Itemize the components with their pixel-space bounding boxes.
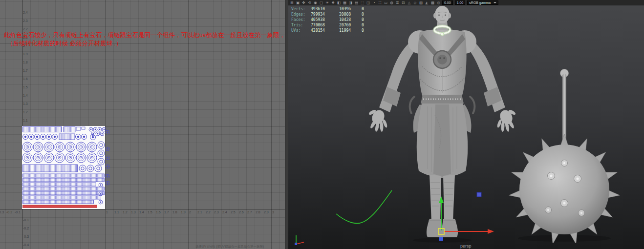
x-axis-label: 1.8 xyxy=(172,210,177,214)
select-by-component-icon[interactable]: ▣ xyxy=(295,0,301,5)
x-axis-label: 1.1 xyxy=(114,210,119,214)
shadows-icon[interactable]: ◬ xyxy=(407,0,412,5)
y-axis-label: 1.3 xyxy=(23,102,28,105)
y-axis-label: 1.6 xyxy=(23,77,28,81)
y-axis-label: 1.7 xyxy=(23,69,28,72)
x-axis-label: 2.7 xyxy=(247,210,252,214)
x-axis-label: 2.8 xyxy=(256,210,260,214)
colorspace-dropdown[interactable]: sRGB gamma xyxy=(467,0,498,5)
maya-workspace: 2.42.32.22.121.91.81.71.61.51.41.31.21.1… xyxy=(0,0,644,249)
x-axis-label: 2.2 xyxy=(206,210,211,214)
x-axis-label: 1.3 xyxy=(131,210,136,214)
grease-pencil-icon[interactable]: ▦ xyxy=(342,0,347,5)
two-d-pan-zoom-icon[interactable]: ◧ xyxy=(336,0,342,5)
isolate-select-icon[interactable]: ◎ xyxy=(436,0,441,5)
gate-mask-icon[interactable]: ◫ xyxy=(365,0,371,5)
right-hilt xyxy=(470,97,474,113)
x-axis-label: 3 xyxy=(272,210,274,214)
uv-annotation-line2: （后续转化材质的时候 必须分开材质球 .） xyxy=(7,40,122,47)
resolution-gate-icon[interactable]: ⬚ xyxy=(360,0,365,5)
mace-shadow xyxy=(518,235,611,242)
image-plane-icon[interactable]: ❖ xyxy=(330,0,336,5)
x-axis-label: 1.5 xyxy=(148,210,152,214)
grid-toggle-icon[interactable]: ◨ xyxy=(348,0,353,5)
chevron-down-icon xyxy=(494,2,496,3)
y-axis-label: 1.9 xyxy=(23,52,28,56)
y-axis-label: 2.3 xyxy=(23,19,28,22)
camera-attributes-icon[interactable]: ▢ xyxy=(319,0,324,5)
hud-row: Verts:393610103960 xyxy=(291,6,371,12)
character-shadow xyxy=(413,238,472,243)
snap-to-curve-icon[interactable]: ⟲ xyxy=(307,0,312,5)
y-axis-label: 1.4 xyxy=(23,94,28,97)
y-axis-label: -0.4 xyxy=(23,243,29,247)
uv-annotation-line1: 此角色宝石较少，只有项链上有宝石，项链跟宝石是同一个组件，可以把uv都放在一起且… xyxy=(4,31,285,39)
y-axis-label: 1.5 xyxy=(23,85,28,89)
y-axis-label: -0.2 xyxy=(23,227,29,230)
x-axis-label: 2.1 xyxy=(197,210,202,214)
panel-divider[interactable] xyxy=(285,0,288,249)
film-gate-icon[interactable]: ▤ xyxy=(354,0,359,5)
snap-to-point-icon[interactable]: ◉ xyxy=(313,0,318,5)
chest-emblem xyxy=(433,51,451,68)
frame-all-icon[interactable]: ◍ xyxy=(389,0,394,5)
uv-shells-svg[interactable] xyxy=(22,125,110,209)
mace-ball xyxy=(519,145,609,234)
camera-label: persp xyxy=(460,244,472,249)
x-axis-label: 1.7 xyxy=(164,210,169,214)
x-axis-label: 2.9 xyxy=(264,210,269,214)
safe-title-icon[interactable]: ▭ xyxy=(383,0,388,5)
necklace-gem[interactable] xyxy=(441,33,444,36)
exposure-field[interactable]: 0.00 xyxy=(442,0,453,5)
screen-space-ao-icon[interactable]: ◇ xyxy=(412,0,418,5)
y-axis-label: -0.1 xyxy=(23,218,29,222)
y-axis-label: 1.2 xyxy=(23,110,28,114)
uv-status-text: 选择UV shells (把UV都放在一起且放在第一象限) xyxy=(195,245,264,249)
uv-editor-panel: 2.42.32.22.121.91.81.71.61.51.41.31.21.1… xyxy=(0,0,288,249)
x-axis-label: -0.2 xyxy=(6,210,12,214)
bookmark-icon[interactable]: ☀ xyxy=(324,0,330,5)
safe-action-icon[interactable]: ⛶ xyxy=(377,0,383,5)
left-hand xyxy=(368,108,388,132)
x-axis-label: -0.1 xyxy=(15,210,21,214)
hud-row: Faces:405938104280 xyxy=(291,17,371,22)
x-axis-label: 1.4 xyxy=(139,210,144,214)
y-axis-label: 2.4 xyxy=(23,11,28,14)
y-axis-label: 1.8 xyxy=(23,61,28,64)
viewport-toolbar-icons: ⊞▣✥⟲◉▢☀❖◧▦◨▤⬚◫◔⛶▭◍≣⊡◬◇▧◭▩◎ xyxy=(289,0,441,5)
x-axis-label: 2.5 xyxy=(231,210,236,214)
colorspace-label: sRGB gamma xyxy=(469,1,491,4)
hud-row: Tris:770068207600 xyxy=(291,22,371,28)
xray-icon[interactable]: ▩ xyxy=(430,0,435,5)
x-axis-label: 1.2 xyxy=(123,210,128,214)
x-axis-label: 1 xyxy=(106,210,108,214)
x-axis-label: 2 xyxy=(189,210,191,214)
x-axis-label: 2.6 xyxy=(239,210,244,214)
hud-stats: Verts:393610103960Edges:799934208080Face… xyxy=(291,6,371,33)
gamma-field[interactable]: 1.00 xyxy=(455,0,466,5)
multisample-icon[interactable]: ◭ xyxy=(424,0,429,5)
x-axis-label: -0.3 xyxy=(0,210,4,214)
frame-selection-icon[interactable]: ≣ xyxy=(395,0,400,5)
y-axis-label: -0.3 xyxy=(23,235,29,238)
viewport-toolbar: ⊞▣✥⟲◉▢☀❖◧▦◨▤⬚◫◔⛶▭◍≣⊡◬◇▧◭▩◎ 0.00 1.00 sRG… xyxy=(288,0,644,5)
lighting-icon[interactable]: ⊡ xyxy=(401,0,406,5)
y-axis-label: 2.2 xyxy=(23,27,28,31)
x-axis-label: 2.3 xyxy=(214,210,219,214)
x-axis-label: 1.6 xyxy=(156,210,161,214)
y-axis-label: 1.1 xyxy=(23,119,28,122)
x-axis-label: 2.4 xyxy=(222,210,227,214)
hud-row: UVs:428154119940 xyxy=(291,28,371,33)
hud-row: Edges:799934208080 xyxy=(291,12,371,17)
perspective-viewport: ⊞▣✥⟲◉▢☀❖◧▦◨▤⬚◫◔⛶▭◍≣⊡◬◇▧◭▩◎ 0.00 1.00 sRG… xyxy=(288,0,644,249)
snap-to-grid-icon[interactable]: ✥ xyxy=(301,0,306,5)
select-by-object-icon[interactable]: ⊞ xyxy=(289,0,295,5)
field-chart-icon[interactable]: ◔ xyxy=(371,0,377,5)
mace-model[interactable] xyxy=(508,67,621,243)
character-model[interactable] xyxy=(362,3,523,243)
x-axis-label: 1.9 xyxy=(181,210,186,214)
motion-blur-icon[interactable]: ▧ xyxy=(418,0,424,5)
left-hilt xyxy=(410,97,414,113)
uv-selected-shell[interactable] xyxy=(23,205,97,208)
